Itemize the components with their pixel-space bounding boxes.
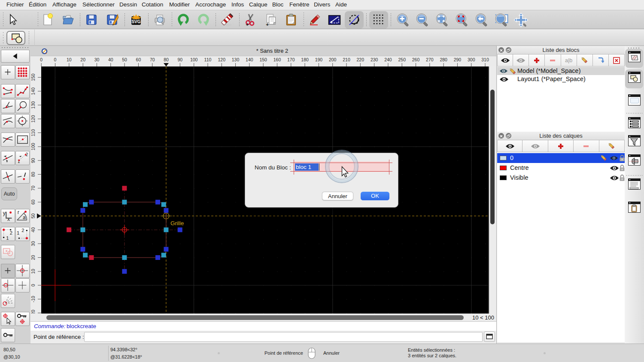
svg-text:+: + (246, 21, 249, 27)
svg-text:210: 210 (343, 57, 350, 62)
svg-text:50: 50 (31, 214, 36, 219)
svg-text:180: 180 (301, 57, 309, 62)
svg-text:Grille: Grille (170, 220, 184, 227)
svg-text:300: 300 (468, 57, 475, 62)
svg-text:280: 280 (440, 57, 447, 62)
svg-text:0: 0 (54, 57, 57, 62)
svg-text:230: 230 (371, 57, 378, 62)
svg-text:SVG: SVG (131, 19, 140, 24)
svg-text:50: 50 (122, 57, 127, 62)
svg-text:r: r (18, 209, 19, 215)
svg-text:20: 20 (80, 57, 85, 62)
svg-text:120: 120 (218, 57, 226, 62)
svg-text:10: 10 (67, 57, 72, 62)
svg-text:80: 80 (31, 172, 36, 177)
svg-text:290: 290 (454, 57, 462, 62)
svg-text:190: 190 (315, 57, 323, 62)
svg-text:60: 60 (136, 57, 141, 62)
svg-text:70: 70 (31, 186, 36, 191)
svg-text:60: 60 (31, 199, 36, 205)
svg-text:120: 120 (31, 115, 36, 123)
svg-text:130: 130 (31, 101, 36, 109)
svg-text:30: 30 (31, 241, 36, 246)
svg-text:260: 260 (412, 57, 420, 62)
svg-text:1: 1 (6, 235, 9, 241)
svg-text:160: 160 (273, 57, 281, 62)
svg-text:40: 40 (31, 227, 36, 232)
svg-text:10: 10 (31, 269, 36, 274)
svg-text:310: 310 (481, 57, 489, 62)
svg-text:90: 90 (177, 57, 182, 62)
svg-text:270: 270 (426, 57, 434, 62)
svg-text:+: + (266, 21, 269, 27)
svg-text:100: 100 (31, 143, 36, 151)
svg-text:110: 110 (31, 129, 36, 136)
svg-text:-10: -10 (31, 296, 36, 302)
svg-text:150: 150 (31, 74, 36, 81)
svg-text:140: 140 (31, 87, 36, 95)
svg-text:250: 250 (398, 57, 406, 62)
svg-text:1: 1 (17, 230, 19, 235)
svg-text:30: 30 (94, 57, 100, 62)
svg-text:150: 150 (259, 57, 267, 62)
svg-text:-20: -20 (31, 310, 36, 314)
svg-text:90: 90 (31, 158, 36, 163)
svg-text:220: 220 (357, 57, 365, 62)
svg-text:140: 140 (246, 57, 253, 62)
svg-text:240: 240 (384, 57, 392, 62)
svg-text:130: 130 (232, 57, 240, 62)
svg-text:70: 70 (150, 57, 155, 62)
svg-text:2: 2 (10, 230, 12, 235)
svg-text:x: x (7, 216, 10, 222)
svg-text:0: 0 (40, 57, 43, 62)
svg-text:170: 170 (287, 57, 295, 62)
svg-text:20: 20 (31, 255, 36, 260)
svg-text:200: 200 (329, 57, 337, 62)
svg-text:0: 0 (31, 284, 36, 287)
svg-text:80: 80 (164, 57, 169, 62)
svg-text:y: y (3, 210, 6, 216)
svg-text:40: 40 (108, 57, 113, 62)
svg-text:110: 110 (204, 57, 212, 62)
svg-text:100: 100 (190, 57, 198, 62)
svg-text:2: 2 (21, 228, 24, 233)
